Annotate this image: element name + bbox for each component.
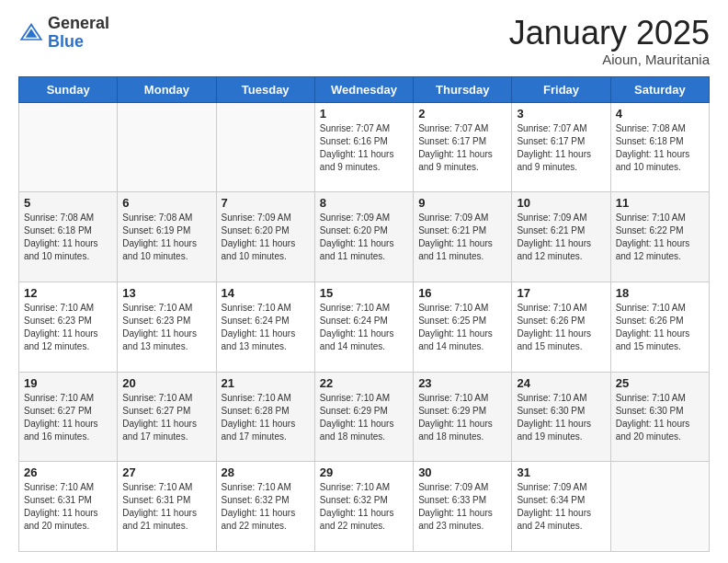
day-info: Sunrise: 7:10 AM Sunset: 6:23 PM Dayligh…: [24, 302, 112, 353]
calendar-table: SundayMondayTuesdayWednesdayThursdayFrid…: [18, 76, 710, 552]
logo: General Blue: [18, 15, 109, 52]
calendar-week-row: 12Sunrise: 7:10 AM Sunset: 6:23 PM Dayli…: [19, 282, 710, 372]
day-number: 13: [122, 286, 210, 300]
day-number: 8: [320, 196, 408, 210]
day-number: 27: [122, 465, 210, 479]
calendar-cell: 8Sunrise: 7:09 AM Sunset: 6:20 PM Daylig…: [314, 192, 413, 282]
day-info: Sunrise: 7:10 AM Sunset: 6:31 PM Dayligh…: [122, 481, 210, 533]
day-number: 26: [24, 465, 112, 479]
calendar-cell: [216, 102, 314, 192]
calendar-cell: 29Sunrise: 7:10 AM Sunset: 6:32 PM Dayli…: [314, 462, 413, 552]
day-number: 3: [517, 107, 605, 121]
day-number: 23: [418, 376, 506, 390]
logo-text: General Blue: [48, 15, 109, 52]
day-number: 6: [122, 196, 210, 210]
day-number: 16: [418, 286, 506, 300]
calendar-cell: 19Sunrise: 7:10 AM Sunset: 6:27 PM Dayli…: [19, 372, 118, 462]
calendar-cell: 30Sunrise: 7:09 AM Sunset: 6:33 PM Dayli…: [414, 462, 512, 552]
calendar-cell: 22Sunrise: 7:10 AM Sunset: 6:29 PM Dayli…: [314, 372, 413, 462]
day-info: Sunrise: 7:09 AM Sunset: 6:20 PM Dayligh…: [222, 212, 310, 263]
day-number: 4: [616, 107, 704, 121]
calendar-cell: [610, 462, 709, 552]
calendar-cell: 2Sunrise: 7:07 AM Sunset: 6:17 PM Daylig…: [414, 102, 512, 192]
calendar-cell: 16Sunrise: 7:10 AM Sunset: 6:25 PM Dayli…: [414, 282, 512, 372]
calendar-cell: 1Sunrise: 7:07 AM Sunset: 6:16 PM Daylig…: [314, 102, 413, 192]
day-header-monday: Monday: [118, 76, 216, 102]
calendar-cell: 25Sunrise: 7:10 AM Sunset: 6:30 PM Dayli…: [610, 372, 709, 462]
day-number: 24: [517, 376, 605, 390]
calendar-cell: 7Sunrise: 7:09 AM Sunset: 6:20 PM Daylig…: [216, 192, 314, 282]
calendar-week-row: 1Sunrise: 7:07 AM Sunset: 6:16 PM Daylig…: [19, 102, 710, 192]
day-info: Sunrise: 7:10 AM Sunset: 6:27 PM Dayligh…: [24, 392, 112, 443]
day-number: 31: [517, 465, 605, 479]
day-info: Sunrise: 7:08 AM Sunset: 6:19 PM Dayligh…: [122, 212, 210, 263]
day-number: 14: [222, 286, 310, 300]
day-number: 30: [418, 465, 506, 479]
day-number: 10: [517, 196, 605, 210]
calendar-cell: 31Sunrise: 7:09 AM Sunset: 6:34 PM Dayli…: [512, 462, 610, 552]
day-header-thursday: Thursday: [414, 76, 512, 102]
day-info: Sunrise: 7:10 AM Sunset: 6:25 PM Dayligh…: [418, 302, 506, 353]
calendar-cell: 24Sunrise: 7:10 AM Sunset: 6:30 PM Dayli…: [512, 372, 610, 462]
day-info: Sunrise: 7:10 AM Sunset: 6:26 PM Dayligh…: [616, 302, 704, 353]
day-number: 15: [320, 286, 408, 300]
day-info: Sunrise: 7:07 AM Sunset: 6:17 PM Dayligh…: [418, 122, 506, 174]
day-info: Sunrise: 7:08 AM Sunset: 6:18 PM Dayligh…: [24, 212, 112, 263]
day-info: Sunrise: 7:10 AM Sunset: 6:24 PM Dayligh…: [222, 302, 310, 353]
calendar-cell: 10Sunrise: 7:09 AM Sunset: 6:21 PM Dayli…: [512, 192, 610, 282]
calendar-week-row: 26Sunrise: 7:10 AM Sunset: 6:31 PM Dayli…: [19, 462, 710, 552]
day-info: Sunrise: 7:10 AM Sunset: 6:23 PM Dayligh…: [122, 302, 210, 353]
day-info: Sunrise: 7:10 AM Sunset: 6:31 PM Dayligh…: [24, 481, 112, 533]
day-number: 25: [616, 376, 704, 390]
day-info: Sunrise: 7:07 AM Sunset: 6:17 PM Dayligh…: [517, 122, 605, 174]
day-number: 19: [24, 376, 112, 390]
day-info: Sunrise: 7:10 AM Sunset: 6:30 PM Dayligh…: [517, 392, 605, 443]
logo-blue-text: Blue: [48, 32, 84, 51]
calendar-cell: [19, 102, 118, 192]
day-header-tuesday: Tuesday: [216, 76, 314, 102]
calendar-cell: 20Sunrise: 7:10 AM Sunset: 6:27 PM Dayli…: [118, 372, 216, 462]
day-number: 7: [222, 196, 310, 210]
calendar-cell: 3Sunrise: 7:07 AM Sunset: 6:17 PM Daylig…: [512, 102, 610, 192]
calendar-cell: 23Sunrise: 7:10 AM Sunset: 6:29 PM Dayli…: [414, 372, 512, 462]
day-info: Sunrise: 7:09 AM Sunset: 6:34 PM Dayligh…: [517, 481, 605, 533]
day-info: Sunrise: 7:10 AM Sunset: 6:29 PM Dayligh…: [418, 392, 506, 443]
day-header-friday: Friday: [512, 76, 610, 102]
day-number: 17: [517, 286, 605, 300]
day-number: 18: [616, 286, 704, 300]
day-number: 9: [418, 196, 506, 210]
calendar-cell: 27Sunrise: 7:10 AM Sunset: 6:31 PM Dayli…: [118, 462, 216, 552]
day-info: Sunrise: 7:10 AM Sunset: 6:22 PM Dayligh…: [616, 212, 704, 263]
day-number: 11: [616, 196, 704, 210]
day-info: Sunrise: 7:10 AM Sunset: 6:32 PM Dayligh…: [320, 481, 408, 533]
title-section: January 2025 Aioun, Mauritania: [509, 15, 710, 67]
day-header-saturday: Saturday: [610, 76, 709, 102]
day-info: Sunrise: 7:08 AM Sunset: 6:18 PM Dayligh…: [616, 122, 704, 174]
calendar-cell: 28Sunrise: 7:10 AM Sunset: 6:32 PM Dayli…: [216, 462, 314, 552]
day-number: 12: [24, 286, 112, 300]
calendar-header-row: SundayMondayTuesdayWednesdayThursdayFrid…: [19, 76, 710, 102]
day-header-sunday: Sunday: [19, 76, 118, 102]
day-info: Sunrise: 7:10 AM Sunset: 6:26 PM Dayligh…: [517, 302, 605, 353]
day-info: Sunrise: 7:10 AM Sunset: 6:32 PM Dayligh…: [222, 481, 310, 533]
day-info: Sunrise: 7:09 AM Sunset: 6:33 PM Dayligh…: [418, 481, 506, 533]
day-info: Sunrise: 7:10 AM Sunset: 6:29 PM Dayligh…: [320, 392, 408, 443]
day-info: Sunrise: 7:10 AM Sunset: 6:28 PM Dayligh…: [222, 392, 310, 443]
day-number: 5: [24, 196, 112, 210]
calendar-cell: 13Sunrise: 7:10 AM Sunset: 6:23 PM Dayli…: [118, 282, 216, 372]
day-number: 20: [122, 376, 210, 390]
calendar-cell: 21Sunrise: 7:10 AM Sunset: 6:28 PM Dayli…: [216, 372, 314, 462]
day-number: 28: [222, 465, 310, 479]
calendar-cell: 4Sunrise: 7:08 AM Sunset: 6:18 PM Daylig…: [610, 102, 709, 192]
calendar-title: January 2025: [509, 15, 710, 52]
calendar-cell: 5Sunrise: 7:08 AM Sunset: 6:18 PM Daylig…: [19, 192, 118, 282]
day-number: 29: [320, 465, 408, 479]
calendar-cell: 9Sunrise: 7:09 AM Sunset: 6:21 PM Daylig…: [414, 192, 512, 282]
day-info: Sunrise: 7:09 AM Sunset: 6:21 PM Dayligh…: [418, 212, 506, 263]
header: General Blue January 2025 Aioun, Maurita…: [18, 15, 710, 67]
calendar-cell: 6Sunrise: 7:08 AM Sunset: 6:19 PM Daylig…: [118, 192, 216, 282]
day-info: Sunrise: 7:10 AM Sunset: 6:30 PM Dayligh…: [616, 392, 704, 443]
calendar-cell: 15Sunrise: 7:10 AM Sunset: 6:24 PM Dayli…: [314, 282, 413, 372]
logo-general-text: General: [48, 14, 109, 32]
calendar-cell: 11Sunrise: 7:10 AM Sunset: 6:22 PM Dayli…: [610, 192, 709, 282]
